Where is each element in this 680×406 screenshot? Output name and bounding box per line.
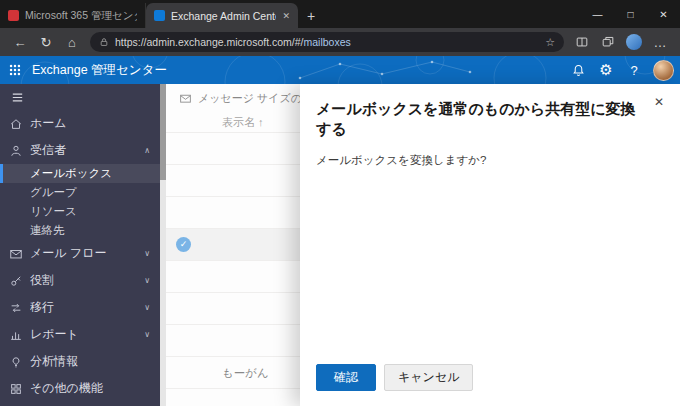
message-size-icon [179, 92, 192, 105]
sidebar-navigation: ホーム 受信者 ∧ メールボックス グループ リソース 連絡先 [0, 84, 160, 406]
sidebar-item-resources[interactable]: リソース [0, 202, 160, 221]
toolbar-command-label: メッセージ サイズの制限 [198, 91, 300, 106]
settings-gear-icon[interactable]: ⚙ [593, 56, 619, 84]
split-screen-icon[interactable] [570, 31, 594, 53]
mailbox-row-name[interactable]: もーがん [222, 366, 269, 381]
chevron-up-icon: ∧ [144, 146, 160, 155]
browser-window: Microsoft 365 管理センター - Hom Exchange Admi… [0, 0, 680, 406]
app-launcher-icon[interactable] [0, 56, 30, 84]
account-avatar[interactable] [653, 60, 674, 81]
sidebar-item-label: その他の機能 [30, 380, 160, 397]
tab-title: Microsoft 365 管理センター - Hom [25, 9, 137, 23]
header-actions: ⚙ ? [565, 56, 680, 84]
mailbox-list: メッセージ サイズの制限 表示名 ↑ ✓ もーがん [166, 84, 300, 406]
table-row[interactable] [166, 133, 300, 165]
new-tab-button[interactable]: + [298, 3, 324, 28]
table-row[interactable] [166, 325, 300, 357]
sidebar-item-home[interactable]: ホーム [0, 110, 160, 137]
confirm-button[interactable]: 確認 [316, 364, 376, 391]
roles-key-icon [9, 274, 30, 288]
sidebar-item-mail-flow[interactable]: メール フロー ∨ [0, 240, 160, 267]
sidebar-item-label: 分析情報 [30, 353, 160, 370]
column-header-label: 表示名 [222, 115, 255, 130]
back-icon[interactable]: ← [8, 31, 32, 53]
tab-exchange-admin-center[interactable]: Exchange Admin Center ✕ [146, 3, 298, 28]
sidebar-item-recipients[interactable]: 受信者 ∧ [0, 137, 160, 164]
sidebar-item-groups[interactable]: グループ [0, 183, 160, 202]
browser-navbar: ← ↻ ⌂ https://admin.exchange.microsoft.c… [0, 28, 680, 56]
browser-menu-icon[interactable]: … [648, 31, 672, 53]
column-header-display-name[interactable]: 表示名 ↑ [166, 112, 300, 132]
address-bar[interactable]: https://admin.exchange.microsoft.com/#/m… [90, 32, 564, 52]
tab-title: Exchange Admin Center [171, 10, 276, 22]
window-controls: — □ ✕ [581, 0, 680, 28]
sidebar-item-label: 移行 [30, 299, 144, 316]
chevron-down-icon: ∨ [144, 276, 160, 285]
maximize-button[interactable]: □ [614, 0, 647, 28]
sidebar-item-label: メール フロー [30, 245, 144, 262]
cancel-button[interactable]: キャンセル [384, 364, 473, 391]
migration-arrows-icon [9, 301, 30, 315]
browser-profile-avatar[interactable] [626, 34, 642, 50]
dialog-close-icon[interactable]: ✕ [650, 91, 668, 113]
table-row[interactable] [166, 165, 300, 197]
tab-close-icon[interactable]: ✕ [282, 11, 290, 21]
sidebar-item-label: ホーム [30, 115, 160, 132]
url-host: https://admin.exchange.microsoft.com/#/ [115, 36, 304, 48]
sidebar-item-reports[interactable]: レポート ∨ [0, 321, 160, 348]
mailbox-rows: ✓ もーがん [166, 132, 300, 406]
dialog-actions: 確認 キャンセル [316, 364, 473, 391]
convert-mailbox-dialog: ✕ メールボックスを通常のものから共有型に変換する メールボックスを変換しますか… [300, 84, 680, 406]
tab-m365-admin-center[interactable]: Microsoft 365 管理センター - Hom [0, 3, 146, 28]
sidebar-item-migration[interactable]: 移行 ∨ [0, 294, 160, 321]
close-window-button[interactable]: ✕ [647, 0, 680, 28]
sidebar-item-label: グループ [30, 185, 77, 200]
home-nav-icon [9, 117, 30, 131]
insights-bulb-icon [9, 355, 30, 369]
chevron-down-icon: ∨ [144, 249, 160, 258]
sort-ascending-icon: ↑ [258, 116, 264, 128]
sidebar-item-roles[interactable]: 役割 ∨ [0, 267, 160, 294]
sidebar-item-label: メールボックス [30, 166, 112, 181]
mail-flow-icon [9, 247, 30, 261]
table-row-selected[interactable]: ✓ [166, 229, 300, 261]
sidebar-item-insights[interactable]: 分析情報 [0, 348, 160, 375]
sidebar-item-label: 受信者 [30, 142, 144, 159]
toolbar-command-message-size[interactable]: メッセージ サイズの制限 [166, 84, 300, 112]
recipients-person-icon [9, 144, 30, 158]
sidebar-item-label: 連絡先 [30, 223, 65, 238]
app-title: Exchange 管理センター [32, 62, 167, 79]
table-row[interactable] [166, 261, 300, 293]
sidebar-item-other-features[interactable]: その他の機能 [0, 375, 160, 402]
dialog-message: メールボックスを変換しますか? [316, 153, 664, 168]
notifications-bell-icon[interactable] [565, 56, 591, 84]
m365-admin-favicon [8, 10, 19, 21]
help-icon[interactable]: ? [621, 56, 647, 84]
nav-collapse-icon[interactable] [0, 84, 160, 110]
table-row[interactable]: もーがん [166, 357, 300, 389]
url-path: mailboxes [304, 36, 351, 48]
dialog-title: メールボックスを通常のものから共有型に変換する [316, 99, 646, 138]
chevron-down-icon: ∨ [144, 303, 160, 312]
table-row[interactable] [166, 293, 300, 325]
url-text: https://admin.exchange.microsoft.com/#/m… [115, 36, 351, 48]
collections-icon[interactable] [596, 31, 620, 53]
home-icon[interactable]: ⌂ [60, 31, 84, 53]
table-row[interactable] [166, 197, 300, 229]
sidebar-item-label: 役割 [30, 272, 144, 289]
browser-titlebar: Microsoft 365 管理センター - Hom Exchange Admi… [0, 0, 680, 28]
sidebar-item-label: リソース [30, 204, 77, 219]
app-header: Exchange 管理センター ⚙ ? [0, 56, 680, 84]
other-features-grid-icon [9, 382, 30, 396]
sidebar-item-mailboxes[interactable]: メールボックス [0, 164, 160, 183]
reports-chart-icon [9, 328, 30, 342]
selected-check-icon[interactable]: ✓ [176, 237, 191, 252]
exchange-favicon [154, 10, 165, 21]
sidebar-item-contacts[interactable]: 連絡先 [0, 221, 160, 240]
table-row[interactable] [166, 389, 300, 406]
refresh-icon[interactable]: ↻ [34, 31, 58, 53]
sidebar-item-label: レポート [30, 326, 144, 343]
favorite-star-icon[interactable]: ☆ [545, 36, 555, 49]
minimize-button[interactable]: — [581, 0, 614, 28]
lock-icon [99, 37, 109, 47]
